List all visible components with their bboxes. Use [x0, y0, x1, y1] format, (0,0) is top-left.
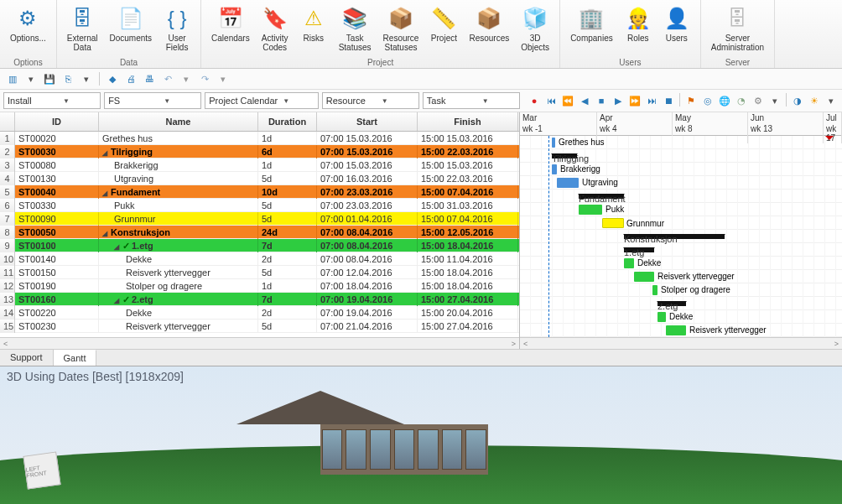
- table-row[interactable]: 6ST00330Pukk5d07:00 23.03.201615:00 31.0…: [0, 199, 519, 212]
- prev2-icon[interactable]: ⏪: [560, 93, 575, 108]
- gantt-body[interactable]: Grethes husTilriggingBrakkeriggUtgraving…: [520, 136, 842, 337]
- resource-combo[interactable]: Resource▼: [322, 92, 419, 109]
- table-row[interactable]: 3ST00080Brakkerigg1d07:00 15.03.201615:0…: [0, 158, 519, 172]
- flag-icon[interactable]: ⚑: [683, 93, 699, 108]
- activity-codes-button[interactable]: 🔖Activity Codes: [257, 3, 294, 57]
- drop-icon[interactable]: ▾: [767, 93, 782, 108]
- gantt-task-bar[interactable]: Utgraving: [557, 178, 579, 188]
- gantt-summary-bar[interactable]: Fundament: [579, 194, 624, 199]
- table-row[interactable]: 2ST00030Tilrigging6d07:00 15.03.201615:0…: [0, 145, 519, 158]
- gantt-task-bar[interactable]: Grunnmur: [602, 218, 624, 228]
- gantt-task-bar[interactable]: Reisverk yttervegger: [666, 325, 686, 335]
- resource-statuses-button[interactable]: 📦Resource Statuses: [378, 3, 424, 57]
- grid-body[interactable]: 1ST00020Grethes hus1d07:00 15.03.201615:…: [0, 132, 519, 337]
- undo-drop-icon[interactable]: ▾: [179, 71, 194, 86]
- redo-icon[interactable]: ↷: [197, 71, 212, 86]
- new-icon[interactable]: ▥: [5, 71, 20, 86]
- table-row[interactable]: 15ST00230Reisverk yttervegger5d07:00 21.…: [0, 320, 519, 333]
- documents-button[interactable]: 📄Documents: [105, 3, 158, 57]
- gear-small-icon[interactable]: ⚙: [751, 93, 766, 108]
- finish-header[interactable]: Finish: [418, 112, 518, 131]
- table-row[interactable]: 5ST00040Fundament10d07:00 23.03.201615:0…: [0, 185, 519, 199]
- saveas-icon[interactable]: ⎘: [60, 71, 75, 86]
- gantt-task-bar[interactable]: Reisverk yttervegger: [634, 272, 654, 282]
- calendars-button[interactable]: 📅Calendars: [206, 3, 255, 57]
- gantt-task-bar[interactable]: Dekke: [624, 258, 634, 268]
- diamond-icon[interactable]: ◆: [105, 71, 120, 86]
- moon-icon[interactable]: ◑: [790, 93, 805, 108]
- start-header[interactable]: Start: [317, 112, 418, 131]
- 3d-viewport[interactable]: 3D Using Dates [Best] [1918x209] LEFT FR…: [0, 366, 842, 504]
- project-button[interactable]: 📏Project: [425, 3, 462, 57]
- record-icon[interactable]: ●: [527, 93, 542, 108]
- resources-button[interactable]: 📦Resources: [464, 3, 514, 57]
- table-row[interactable]: 8ST00050Konstruksjon24d07:00 08.04.20161…: [0, 226, 519, 239]
- capture-icon[interactable]: ⏹: [661, 93, 676, 108]
- expand-icon[interactable]: [114, 239, 121, 246]
- gantt-task-bar[interactable]: Grethes hus: [552, 138, 555, 148]
- id-header[interactable]: ID: [15, 112, 99, 131]
- printpreview-icon[interactable]: 🖶: [142, 71, 157, 86]
- last-icon[interactable]: ⏭: [644, 93, 659, 108]
- grid-hscroll[interactable]: <>: [0, 337, 519, 349]
- stop-icon[interactable]: ■: [594, 93, 609, 108]
- task-combo[interactable]: Task▼: [423, 92, 520, 109]
- duration-header[interactable]: Duration: [258, 112, 317, 131]
- first-icon[interactable]: ⏮: [543, 93, 559, 108]
- gantt-summary-bar[interactable]: 1.etg: [624, 247, 654, 252]
- next-icon[interactable]: ▶: [611, 93, 626, 108]
- task-statuses-button[interactable]: 📚Task Statuses: [334, 3, 377, 57]
- risks-button[interactable]: ⚠Risks: [295, 3, 332, 57]
- table-row[interactable]: 1ST00020Grethes hus1d07:00 15.03.201615:…: [0, 132, 519, 145]
- user-fields-button[interactable]: { }User Fields: [159, 3, 195, 57]
- prev-icon[interactable]: ◀: [577, 93, 592, 108]
- expand-icon[interactable]: [114, 293, 121, 299]
- cell-id: ST00090: [15, 212, 99, 226]
- print-icon[interactable]: 🖨: [123, 71, 138, 86]
- calendar-combo[interactable]: Project Calendar▼: [205, 92, 318, 109]
- install-combo[interactable]: Install▼: [3, 92, 101, 109]
- table-row[interactable]: 10ST00140Dekke2d07:00 08.04.201615:00 11…: [0, 252, 519, 266]
- drop2-icon[interactable]: ▾: [824, 93, 839, 108]
- gantt-task-bar[interactable]: Pukk: [579, 205, 602, 215]
- sun-icon[interactable]: ☀: [807, 93, 822, 108]
- expand-icon[interactable]: [102, 145, 109, 152]
- dropdown2-icon[interactable]: ▾: [79, 71, 94, 86]
- roles-button[interactable]: 👷Roles: [620, 3, 657, 57]
- name-header[interactable]: Name: [99, 112, 258, 131]
- dropdown1-icon[interactable]: ▾: [23, 71, 39, 86]
- gantt-task-bar[interactable]: Stolper og dragere: [652, 285, 657, 295]
- gantt-summary-bar[interactable]: Tilrigging: [552, 153, 577, 158]
- gantt-summary-bar[interactable]: Konstruksjon: [624, 234, 725, 239]
- expand-icon[interactable]: [102, 185, 109, 192]
- table-row[interactable]: 14ST00220Dekke2d07:00 19.04.201615:00 20…: [0, 306, 519, 320]
- table-row[interactable]: 13ST00160✓2.etg7d07:00 19.04.201615:00 2…: [0, 293, 519, 306]
- tab-gantt[interactable]: Gantt: [54, 350, 97, 366]
- table-row[interactable]: 9ST00100✓1.etg7d07:00 08.04.201615:00 18…: [0, 239, 519, 252]
- table-row[interactable]: 12ST00190Stolper og dragere1d07:00 18.04…: [0, 279, 519, 293]
- gantt-summary-bar[interactable]: 2.etg: [657, 301, 686, 306]
- table-row[interactable]: 11ST00150Reisverk yttervegger5d07:00 12.…: [0, 266, 519, 279]
- external-data-button[interactable]: 🗄External Data: [62, 3, 103, 57]
- view1-icon[interactable]: ◔: [734, 93, 749, 108]
- redo-drop-icon[interactable]: ▾: [216, 71, 231, 86]
- expand-icon[interactable]: [102, 226, 109, 232]
- gantt-hscroll[interactable]: <>: [520, 337, 842, 349]
- options-button[interactable]: ⚙Options...: [5, 3, 51, 57]
- globe-icon[interactable]: 🌐: [717, 93, 732, 108]
- table-row[interactable]: 7ST00090Grunnmur5d07:00 01.04.201615:00 …: [0, 212, 519, 226]
- gantt-task-bar[interactable]: Dekke: [657, 312, 666, 322]
- next2-icon[interactable]: ⏩: [627, 93, 642, 108]
- table-row[interactable]: 4ST00130Utgraving5d07:00 16.03.201615:00…: [0, 172, 519, 185]
- save-icon[interactable]: 💾: [42, 71, 57, 86]
- target-icon[interactable]: ◎: [700, 93, 715, 108]
- server-admin-button[interactable]: 🗄Server Administration: [706, 3, 769, 57]
- companies-button[interactable]: 🏢Companies: [565, 3, 618, 57]
- viewcube-icon[interactable]: LEFT FRONT: [23, 451, 60, 489]
- users-button[interactable]: 👤Users: [658, 3, 695, 57]
- fs-combo[interactable]: FS▼: [104, 92, 201, 109]
- 3d-objects-button[interactable]: 🧊3D Objects: [516, 3, 554, 57]
- gantt-task-bar[interactable]: Brakkerigg: [552, 164, 557, 174]
- undo-icon[interactable]: ↶: [160, 71, 175, 86]
- tab-support[interactable]: Support: [0, 350, 54, 366]
